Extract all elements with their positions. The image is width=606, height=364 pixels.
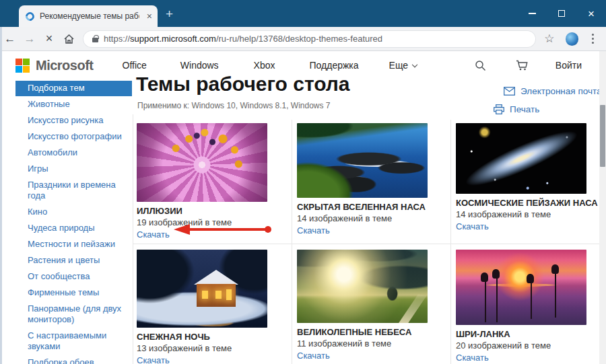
site-favicon-icon [24,10,36,22]
minimize-button[interactable] [517,0,547,27]
fisherman-silhouette [527,274,534,283]
print-link[interactable]: Печать [494,104,539,114]
microsoft-wordmark: Microsoft [36,58,94,73]
lit-window [202,291,208,299]
nav-more-label: Еще [389,60,409,71]
bookmark-star-icon[interactable]: ☆ [544,32,554,46]
sidebar-item-custom-sounds[interactable]: С настраиваемыми звуками [15,328,132,355]
theme-title: ИЛЛЮЗИИ [137,205,292,217]
nav-support[interactable]: Поддержка [310,60,359,71]
tab-close-icon[interactable]: × [147,11,152,21]
theme-thumbnail-dramatic-sky[interactable] [297,250,428,323]
cabin-roof [194,270,238,285]
download-link[interactable]: Скачать [297,225,330,236]
browser-menu-icon[interactable] [592,38,594,40]
stop-button[interactable]: × [40,32,59,46]
download-link[interactable]: Скачать [137,355,170,364]
theme-thumbnail-stilt-fishermen[interactable] [456,250,586,325]
theme-title: СКРЫТАЯ ВСЕЛЕННАЯ НАСА [297,201,450,213]
email-link[interactable]: Электронная почта [504,86,606,96]
page-scrollbar-thumb[interactable] [600,105,605,167]
forward-button[interactable]: → [20,32,39,46]
maximize-button[interactable] [547,0,576,27]
download-link[interactable]: Скачать [456,352,489,363]
sidebar-item-holidays[interactable]: Праздники и времена года [15,177,132,204]
home-button[interactable] [59,34,79,44]
nav-xbox[interactable]: Xbox [254,60,275,71]
chevron-down-icon [412,62,417,67]
annotation-arrow-dot [265,226,271,233]
sidebar-item-wallpapers[interactable]: Подборка обоев [15,355,132,364]
theme-thumbnail-purple-flower[interactable] [137,123,267,202]
sidebar-item-theme-collection[interactable]: Подборка тем [15,81,132,96]
microsoft-logo[interactable]: Microsoft [15,58,94,73]
new-tab-button[interactable]: + [166,7,173,22]
nav-more[interactable]: Еще [389,60,417,71]
theme-thumbnail-snowy-cabin[interactable] [137,250,267,328]
cart-icon [516,59,529,71]
download-link[interactable]: Скачать [297,350,330,361]
minimize-icon [529,13,536,14]
sidebar-item-art-drawing[interactable]: Искусство рисунка [15,112,132,129]
browser-toolbar: ← → × https://support.microsoft.com/ru-r… [0,27,606,51]
theme-image-count: 14 изображений в теме [456,209,606,220]
sidebar-item-cars[interactable]: Автомобили [15,145,132,161]
lock-icon [92,38,98,42]
stilt [496,277,498,322]
annotation-arrow-line [189,228,268,231]
theme-image-count: 13 изображений в теме [137,342,292,354]
sidebar: Подборка тем Животные Искусство рисунка … [2,81,132,364]
nav-windows[interactable]: Windows [180,60,219,71]
url-host: support.microsoft.com [130,34,216,44]
theme-card-sri-lanka: ШРИ-ЛАНКА 20 изображений в теме Скачать [451,244,606,364]
country-road [398,294,427,323]
url-scheme: https:// [104,34,130,44]
nav-office[interactable]: Office [123,60,147,71]
microsoft-logo-icon [15,59,30,73]
sidebar-item-nature-wonders[interactable]: Чудеса природы [15,220,132,236]
theme-thumbnail-tropical-coast[interactable] [297,123,428,198]
sidebar-item-animals[interactable]: Животные [15,96,132,112]
download-link[interactable]: Скачать [137,229,170,240]
sign-in-button[interactable]: Войти [556,60,582,71]
theme-image-count: 11 изображений в теме [297,338,450,349]
sidebar-item-branded[interactable]: Фирменные темы [15,285,132,301]
theme-title: СНЕЖНАЯ НОЧЬ [137,331,292,342]
fisherman-silhouette [481,272,488,282]
search-icon [475,60,486,71]
sidebar-item-places-landscapes[interactable]: Местности и пейзажи [15,236,132,252]
theme-card-snowy-night: СНЕЖНАЯ НОЧЬ 13 изображений в теме Скача… [132,244,292,364]
profile-avatar[interactable] [566,32,579,46]
page-title: Темы рабочего стола [136,73,350,96]
lit-window [215,291,222,299]
theme-image-count: 14 изображений в теме [297,213,450,224]
sidebar-item-plants-flowers[interactable]: Растения и цветы [15,252,132,268]
theme-title: КОСМИЧЕСКИЕ ПЕЙЗАЖИ НАСА [456,197,606,209]
sidebar-item-games[interactable]: Игры [15,161,132,177]
theme-card-magnificent-skies: ВЕЛИКОЛЕПНЫЕ НЕБЕСА 11 изображений в тем… [292,244,450,364]
fisherman-silhouette [492,269,500,279]
download-link[interactable]: Скачать [456,221,489,232]
browser-tab[interactable]: Рекомендуемые темы рабоч × [19,5,158,27]
theme-title: ВЕЛИКОЛЕПНЫЕ НЕБЕСА [297,326,450,338]
page-scrollbar-track[interactable] [599,51,606,364]
stilt [555,274,556,318]
url-text: https://support.microsoft.com/ru-ru/help… [104,34,382,44]
theme-thumbnail-galaxy[interactable] [456,123,586,194]
applies-to-text: Применимо к: Windows 10, Windows 8.1, Wi… [137,101,331,110]
sidebar-item-community[interactable]: От сообщества [15,268,132,285]
sidebar-item-art-photo[interactable]: Искусство фотографии [15,129,132,145]
galaxy-disk [456,123,586,194]
maximize-icon [558,10,565,17]
home-icon [63,34,75,44]
email-link-label: Электронная почта [520,86,601,96]
sidebar-item-panoramic[interactable]: Панорамные (для двух мониторов) [15,301,132,328]
theme-image-count: 20 изображений в теме [456,340,606,351]
address-bar[interactable]: https://support.microsoft.com/ru-ru/help… [83,30,536,48]
search-button[interactable] [475,60,486,71]
theme-title: ШРИ-ЛАНКА [456,328,606,340]
close-button[interactable]: × [576,0,606,27]
sidebar-item-movies[interactable]: Кино [15,204,132,220]
cart-button[interactable] [516,59,529,71]
back-button[interactable]: ← [0,32,20,46]
